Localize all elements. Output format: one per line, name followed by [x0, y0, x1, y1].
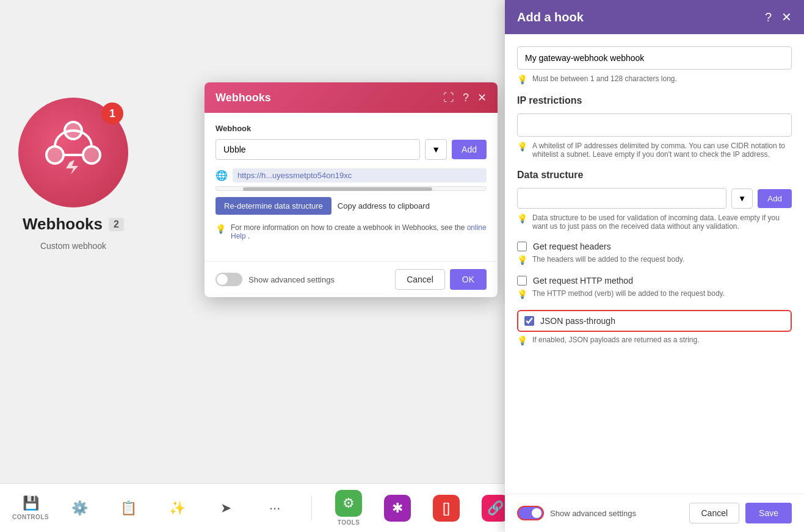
name-hint-row: 💡 Must be between 1 and 128 characters l… — [517, 74, 792, 84]
webhook-info-row: 💡 For more information on how to create … — [215, 223, 487, 240]
get-headers-hint-row: 💡 The headers will be added to the reque… — [517, 255, 792, 265]
add-hook-help-icon[interactable]: ? — [765, 10, 772, 24]
json-hint-text: If enabled, JSON payloads are returned a… — [532, 336, 700, 344]
toolbar-purple-icon-group[interactable]: ✱ — [379, 495, 416, 522]
webhook-icon — [43, 118, 104, 187]
send-icon: ➤ — [220, 500, 231, 516]
toolbar-orange-icon-group[interactable]: [] — [428, 495, 465, 522]
add-hook-footer: Show advanced settings Cancel Save — [505, 494, 804, 532]
webhook-url-text[interactable]: https://h...uyessmetpto54on19xc — [233, 168, 487, 182]
ds-hint-row: 💡 Data structure to be used for validati… — [517, 214, 792, 231]
json-passthrough-checkbox[interactable] — [524, 316, 534, 326]
hook-name-input[interactable] — [517, 46, 792, 70]
info-period: . — [248, 232, 250, 240]
svg-point-1 — [83, 146, 100, 164]
toolbar-divider-1 — [311, 496, 312, 520]
ds-add-button[interactable]: Add — [758, 189, 792, 208]
url-scrollbar[interactable] — [215, 186, 487, 191]
webhooks-dialog-body: Webhook Ubble ▼ Add 🌐 https://h...uyessm… — [205, 113, 498, 261]
webhook-add-button[interactable]: Add — [452, 140, 487, 159]
help-icon[interactable]: ? — [463, 92, 469, 104]
ds-hint-text: Data structure to be used for validation… — [532, 214, 792, 231]
scrollbar-thumb — [243, 187, 432, 191]
tools-label: TOOLS — [338, 519, 360, 526]
add-hook-header-actions: ? ✕ — [765, 10, 792, 24]
data-structure-title: Data structure — [517, 170, 792, 181]
copy-address-button[interactable]: Copy address to clipboard — [338, 197, 430, 215]
footer-cancel-button[interactable]: Cancel — [689, 503, 739, 523]
dropdown-arrow-btn[interactable]: ▼ — [425, 139, 447, 160]
footer-show-advanced-label: Show advanced settings — [550, 509, 636, 518]
toolbar-more[interactable]: ··· — [256, 500, 293, 516]
toggle-knob — [217, 274, 228, 285]
add-hook-title: Add a hook — [517, 10, 584, 24]
get-headers-row: Get request headers — [517, 242, 792, 251]
data-structure-select[interactable] — [517, 188, 726, 209]
webhook-icon-circle: 1 — [18, 98, 128, 207]
webhooks-cancel-button[interactable]: Cancel — [395, 269, 445, 290]
ds-dropdown-button[interactable]: ▼ — [731, 189, 753, 209]
close-icon[interactable]: ✕ — [477, 91, 487, 104]
tools-green-icon[interactable]: ⚙ — [335, 490, 362, 517]
add-hook-body: 💡 Must be between 1 and 128 characters l… — [505, 34, 804, 494]
tools-orange-icon[interactable]: [] — [433, 495, 460, 522]
magic-icon: ✨ — [169, 500, 186, 516]
tools-purple-icon[interactable]: ✱ — [384, 495, 411, 522]
data-structure-row: ▼ Add — [517, 188, 792, 209]
footer-show-advanced-row: Show advanced settings — [517, 506, 636, 520]
webhook-subtitle: Custom webhook — [40, 241, 106, 251]
webhook-dropdown-row: Ubble ▼ Add — [215, 139, 487, 160]
ip-hint-icon: 💡 — [517, 142, 527, 151]
json-hint-row: 💡 If enabled, JSON payloads are returned… — [517, 336, 792, 345]
webhook-url-row: 🌐 https://h...uyessmetpto54on19xc — [215, 168, 487, 182]
info-text-prefix: For more information on how to create a … — [231, 223, 465, 232]
json-passthrough-row: JSON pass-through — [517, 310, 792, 332]
webhooks-dialog-actions: ⛶ ? ✕ — [443, 91, 487, 104]
footer-toggle-knob — [532, 508, 541, 518]
get-headers-label: Get request headers — [533, 242, 611, 251]
webhook-title: Webhooks — [23, 215, 103, 234]
name-hint-icon: 💡 — [517, 74, 527, 84]
webhooks-dialog-header: Webhooks ⛶ ? ✕ — [205, 82, 498, 113]
webhooks-dialog-footer: Show advanced settings Cancel OK — [205, 261, 498, 297]
controls-save-icon: 💾 — [23, 495, 39, 511]
add-hook-panel: Add a hook ? ✕ 💡 Must be between 1 and 1… — [505, 0, 804, 532]
toolbar-tools-group[interactable]: ⚙ TOOLS — [330, 490, 367, 526]
footer-buttons: Cancel Save — [689, 503, 792, 523]
info-bulb-icon: 💡 — [215, 224, 226, 234]
footer-save-button[interactable]: Save — [745, 503, 792, 523]
show-advanced-toggle[interactable] — [215, 273, 242, 286]
get-http-method-checkbox[interactable] — [517, 276, 527, 286]
webhook-badge: 1 — [101, 102, 123, 124]
webhook-section-label: Webhook — [215, 124, 487, 133]
get-http-hint-row: 💡 The HTTP method (verb) will be added t… — [517, 289, 792, 299]
controls-label: CONTROLS — [12, 514, 49, 520]
ip-hint-row: 💡 A whitelist of IP addresses delimited … — [517, 142, 792, 159]
toolbar-magic[interactable]: ✨ — [159, 500, 195, 516]
webhooks-dialog-title: Webhooks — [215, 92, 271, 104]
json-passthrough-label: JSON pass-through — [540, 316, 615, 326]
add-hook-close-icon[interactable]: ✕ — [781, 10, 792, 24]
expand-icon[interactable]: ⛶ — [443, 92, 454, 104]
ip-restrictions-input[interactable] — [517, 113, 792, 137]
webhooks-ok-button[interactable]: OK — [450, 269, 487, 290]
toolbar-send[interactable]: ➤ — [208, 500, 244, 516]
headers-hint-text: The headers will be added to the request… — [532, 255, 684, 264]
webhook-count: 2 — [109, 218, 124, 231]
name-hint-text: Must be between 1 and 128 characters lon… — [532, 74, 677, 83]
toolbar-settings[interactable]: ⚙️ — [61, 500, 98, 516]
webhook-info-text: For more information on how to create a … — [231, 223, 487, 240]
re-determine-button[interactable]: Re-determine data structure — [215, 197, 331, 215]
http-hint-icon: 💡 — [517, 289, 527, 299]
notes-icon: 📋 — [120, 500, 137, 516]
http-hint-text: The HTTP method (verb) will be added to … — [532, 289, 725, 298]
webhook-select-wrapper: Ubble — [215, 139, 420, 160]
webhook-select[interactable]: Ubble — [215, 139, 420, 160]
json-hint-icon: 💡 — [517, 336, 527, 345]
toolbar-controls[interactable]: 💾 CONTROLS — [12, 495, 49, 520]
footer-advanced-toggle[interactable] — [517, 506, 544, 520]
toolbar-notes[interactable]: 📋 — [110, 500, 147, 516]
more-icon: ··· — [269, 500, 280, 516]
webhooks-dialog: Webhooks ⛶ ? ✕ Webhook Ubble ▼ Add 🌐 htt… — [205, 82, 498, 297]
get-headers-checkbox[interactable] — [517, 242, 527, 251]
